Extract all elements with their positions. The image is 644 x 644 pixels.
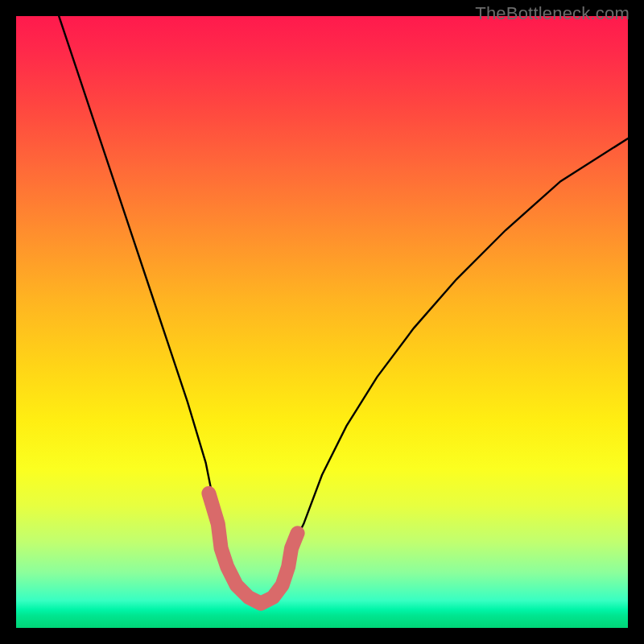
curve-layer bbox=[16, 16, 628, 628]
highlight-band bbox=[208, 493, 297, 604]
watermark-text: TheBottleneck.com bbox=[475, 3, 630, 24]
chart-frame: TheBottleneck.com bbox=[0, 0, 644, 644]
plot-area bbox=[16, 16, 628, 628]
bottleneck-curve bbox=[59, 16, 628, 604]
